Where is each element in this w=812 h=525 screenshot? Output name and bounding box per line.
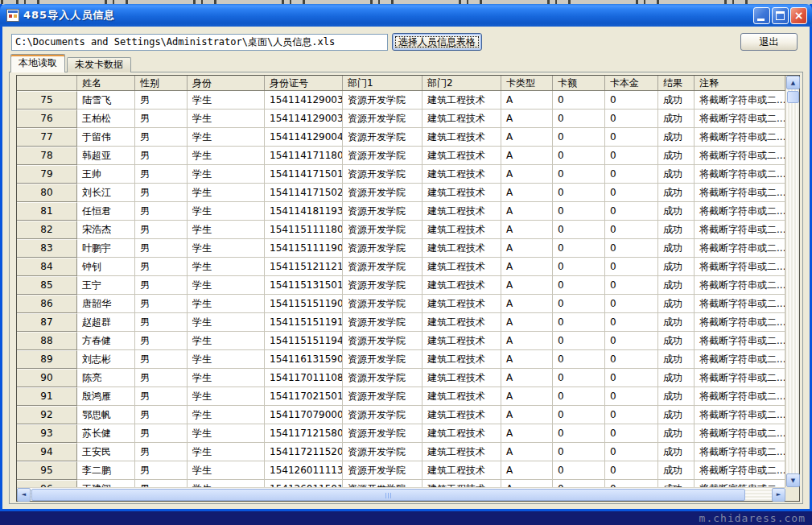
table-cell[interactable]: 0 [553,91,605,110]
table-cell[interactable]: 宋浩杰 [77,221,135,239]
table-cell[interactable]: 15411515119074 [265,295,343,313]
table-cell[interactable]: 成功 [658,128,695,147]
table-cell[interactable]: 学生 [188,406,265,424]
table-cell[interactable]: 学生 [188,443,265,461]
table-cell[interactable]: 资源开发学院 [343,295,422,313]
table-cell[interactable]: 0 [605,443,658,461]
column-header[interactable]: 卡本金 [605,76,658,90]
table-cell[interactable]: 0 [553,184,605,202]
table-cell[interactable]: 成功 [658,443,695,461]
table-cell[interactable]: 资源开发学院 [343,332,422,350]
table-cell[interactable]: 0 [605,313,658,332]
row-number-cell[interactable]: 80 [17,184,77,202]
table-cell[interactable]: 0 [605,461,658,480]
table-cell[interactable]: 0 [605,165,658,184]
table-cell[interactable]: 资源开发学院 [343,369,422,387]
table-cell[interactable]: A [501,165,553,184]
table-cell[interactable]: A [501,461,553,480]
table-cell[interactable]: 0 [553,480,605,487]
table-cell[interactable]: 学生 [188,110,265,128]
row-number-cell[interactable]: 82 [17,221,77,239]
table-cell[interactable]: 钟钊 [77,258,135,276]
table-cell[interactable]: 学生 [188,91,265,110]
table-cell[interactable]: 0 [553,406,605,424]
table-cell[interactable]: A [501,387,553,406]
table-cell[interactable]: 15411712158037 [265,424,343,443]
table-cell[interactable]: 陈亮 [77,369,135,387]
table-cell[interactable]: 0 [605,221,658,239]
table-cell[interactable]: 男 [135,480,188,487]
table-cell[interactable]: A [501,110,553,128]
file-path-input[interactable] [11,34,388,51]
scroll-up-icon[interactable]: ▲ [786,76,800,89]
table-cell[interactable]: 学生 [188,461,265,480]
table-cell[interactable]: 将截断字符串或二... [695,369,785,387]
table-cell[interactable]: A [501,313,553,332]
table-cell[interactable]: 学生 [188,239,265,258]
table-cell[interactable]: 将截断字符串或二... [695,480,785,487]
horizontal-scrollbar[interactable]: ◄ ► [17,487,785,501]
table-cell[interactable]: 0 [553,202,605,221]
table-cell[interactable]: 建筑工程技术 [422,147,501,165]
table-cell[interactable]: 将截断字符串或二... [695,110,785,128]
table-cell[interactable]: 殷鸿雁 [77,387,135,406]
table-cell[interactable]: 0 [553,165,605,184]
table-cell[interactable]: A [501,406,553,424]
column-header[interactable]: 姓名 [77,76,135,90]
table-cell[interactable]: 男 [135,295,188,313]
table-cell[interactable]: 0 [553,313,605,332]
table-cell[interactable]: 男 [135,147,188,165]
table-cell[interactable]: A [501,91,553,110]
column-header[interactable]: 部门2 [422,76,501,90]
tab-uncarded-data[interactable]: 未发卡数据 [67,57,131,72]
table-cell[interactable]: 0 [605,387,658,406]
column-header[interactable]: 身份 [188,76,265,90]
table-cell[interactable]: 建筑工程技术 [422,239,501,258]
table-cell[interactable]: 0 [553,258,605,276]
table-cell[interactable]: 建筑工程技术 [422,184,501,202]
table-cell[interactable]: 0 [553,276,605,295]
table-cell[interactable]: 0 [553,424,605,443]
table-cell[interactable]: 男 [135,332,188,350]
table-cell[interactable]: 建筑工程技术 [422,313,501,332]
column-header[interactable]: 性别 [135,76,188,90]
table-cell[interactable]: 建筑工程技术 [422,406,501,424]
table-cell[interactable]: 资源开发学院 [343,202,422,221]
table-cell[interactable]: 学生 [188,221,265,239]
table-cell[interactable]: 将截断字符串或二... [695,239,785,258]
table-cell[interactable]: 建筑工程技术 [422,165,501,184]
table-cell[interactable]: 15412601111377 [265,461,343,480]
table-cell[interactable]: 资源开发学院 [343,110,422,128]
table-cell[interactable]: 资源开发学院 [343,350,422,369]
table-cell[interactable]: 将截断字符串或二... [695,350,785,369]
table-cell[interactable]: 建筑工程技术 [422,424,501,443]
row-number-cell[interactable]: 95 [17,461,77,480]
table-cell[interactable]: 成功 [658,387,695,406]
table-cell[interactable]: 将截断字符串或二... [695,147,785,165]
table-cell[interactable]: 男 [135,110,188,128]
table-cell[interactable]: A [501,184,553,202]
table-cell[interactable]: 王安民 [77,443,135,461]
column-header[interactable]: 卡类型 [501,76,553,90]
table-cell[interactable]: 男 [135,91,188,110]
table-cell[interactable]: 男 [135,202,188,221]
row-number-cell[interactable]: 92 [17,406,77,424]
table-cell[interactable]: 建筑工程技术 [422,276,501,295]
table-cell[interactable]: 刘志彬 [77,350,135,369]
scroll-left-icon[interactable]: ◄ [17,488,31,502]
table-cell[interactable]: 任恒君 [77,202,135,221]
table-cell[interactable]: A [501,480,553,487]
table-cell[interactable]: 成功 [658,461,695,480]
table-cell[interactable]: A [501,350,553,369]
table-cell[interactable]: 0 [553,387,605,406]
row-number-column-header[interactable] [17,76,77,90]
table-cell[interactable]: 资源开发学院 [343,91,422,110]
table-cell[interactable]: 男 [135,369,188,387]
row-number-cell[interactable]: 96 [17,480,77,487]
table-cell[interactable]: 学生 [188,480,265,487]
table-cell[interactable]: 王宁 [77,276,135,295]
table-cell[interactable]: 将截断字符串或二... [695,424,785,443]
table-cell[interactable]: 资源开发学院 [343,128,422,147]
table-cell[interactable]: A [501,443,553,461]
table-cell[interactable]: 学生 [188,128,265,147]
